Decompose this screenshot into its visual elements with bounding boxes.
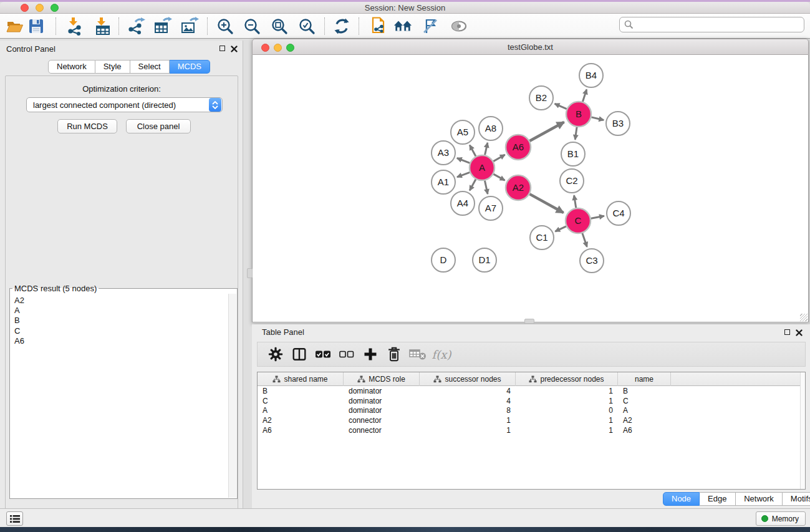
column-header[interactable]: predecessor nodes	[516, 372, 618, 386]
export-table-icon[interactable]	[153, 17, 172, 36]
mcds-result-item[interactable]: B	[14, 316, 227, 326]
tab-motifs[interactable]: Motifs	[783, 492, 810, 506]
home-neighbors-icon[interactable]	[393, 17, 412, 36]
table-row[interactable]: A2connector11A2	[258, 415, 805, 425]
tab-network[interactable]: Network	[48, 60, 95, 74]
search-input[interactable]	[634, 21, 789, 29]
export-network-icon[interactable]	[127, 17, 145, 36]
table-cell[interactable]: 0	[516, 406, 618, 415]
graph-edge-A-A5[interactable]	[470, 145, 476, 157]
search-field[interactable]	[619, 17, 804, 32]
table-scrollbar[interactable]	[800, 372, 805, 489]
graph-edge-A-A6[interactable]	[493, 155, 504, 161]
graph-edge-A-A3[interactable]	[457, 158, 470, 163]
deselect-all-icon[interactable]	[335, 351, 359, 358]
table-cell[interactable]: A	[618, 406, 671, 415]
table-cell[interactable]: 1	[516, 397, 618, 405]
split-columns-icon[interactable]	[287, 346, 311, 362]
graph-node-C[interactable]: C	[566, 208, 591, 233]
network-graph[interactable]: ABCA2A6A1A3A4A5A7A8B1B2B3B4C1C2C3C4DD1	[253, 55, 808, 322]
function-builder-icon[interactable]: f(x)	[430, 348, 453, 361]
float-table-panel-icon[interactable]	[784, 329, 790, 335]
graph-node-A3[interactable]: A3	[432, 141, 455, 165]
table-cell[interactable]: connector	[344, 416, 420, 425]
zoom-fit-icon[interactable]	[270, 17, 289, 36]
vertical-splitter-handle[interactable]	[247, 268, 253, 278]
graph-edge-A-A4[interactable]	[470, 179, 476, 190]
tab-select[interactable]: Select	[130, 60, 170, 74]
tab-edge-table[interactable]: Edge Table	[700, 492, 736, 506]
table-cell[interactable]: 4	[420, 387, 516, 395]
column-header[interactable]: name	[618, 372, 671, 386]
tab-network-table[interactable]: Network Table	[736, 492, 783, 506]
mcds-result-item[interactable]: A2	[14, 296, 227, 306]
tab-style[interactable]: Style	[95, 60, 130, 74]
graph-node-A7[interactable]: A7	[479, 196, 503, 220]
table-cell[interactable]: 8	[420, 406, 516, 415]
graph-edge-A-A1[interactable]	[457, 172, 470, 177]
mcds-result-item[interactable]: A6	[14, 336, 227, 346]
graph-edge-C-C2[interactable]	[574, 195, 576, 208]
table-settings-gear-icon[interactable]	[264, 346, 287, 362]
table-cell[interactable]: A6	[618, 426, 671, 435]
table-cell[interactable]: B	[618, 387, 671, 395]
table-cell[interactable]: dominator	[344, 406, 420, 415]
graph-edge-A-A7[interactable]	[485, 181, 488, 194]
graph-node-B[interactable]: B	[566, 102, 591, 127]
mcds-result-list[interactable]: A2ABCA6	[11, 294, 227, 497]
mcds-result-item[interactable]: A	[14, 306, 227, 316]
export-image-icon[interactable]	[180, 17, 199, 36]
clone-network-icon[interactable]	[369, 17, 388, 36]
graph-node-A1[interactable]: A1	[432, 170, 455, 194]
graph-node-A6[interactable]: A6	[506, 135, 531, 160]
graph-edge-A-A8[interactable]	[485, 143, 488, 155]
graph-node-A8[interactable]: A8	[479, 117, 503, 140]
graph-edge-C-C3[interactable]	[582, 233, 587, 247]
add-column-icon[interactable]	[359, 347, 382, 362]
horizontal-splitter-handle[interactable]	[524, 319, 534, 324]
table-cell[interactable]: A6	[258, 426, 344, 435]
graph-edge-B-B2[interactable]	[555, 104, 567, 109]
graph-edge-B-B3[interactable]	[591, 117, 604, 120]
graph-node-A[interactable]: A	[470, 155, 494, 180]
import-network-icon[interactable]	[65, 17, 84, 36]
optimization-criterion-dropdown[interactable]: largest connected component (directed)	[26, 97, 223, 112]
graph-node-B2[interactable]: B2	[529, 86, 553, 110]
graph-edge-B-B1[interactable]	[575, 127, 577, 140]
table-cell[interactable]: B	[258, 387, 344, 395]
table-row[interactable]: Cdominator41C	[258, 396, 805, 406]
close-table-panel-icon[interactable]	[796, 329, 803, 336]
table-cell[interactable]: dominator	[344, 397, 420, 405]
window-resize-grip[interactable]	[800, 314, 808, 321]
mcds-result-item[interactable]: C	[14, 326, 227, 336]
table-cell[interactable]: 1	[516, 416, 618, 425]
zoom-selected-icon[interactable]	[297, 17, 316, 36]
graph-node-A2[interactable]: A2	[506, 175, 531, 200]
column-header[interactable]: MCDS role	[344, 372, 420, 386]
graph-edge-A-A2[interactable]	[493, 174, 504, 180]
run-mcds-button[interactable]: Run MCDS	[57, 119, 117, 133]
table-cell[interactable]: connector	[344, 426, 420, 435]
delete-column-trash-icon[interactable]	[382, 346, 406, 362]
graph-edge-A2-C[interactable]	[529, 194, 563, 213]
tab-node-table[interactable]: Node Table	[663, 492, 700, 506]
graph-node-C2[interactable]: C2	[560, 169, 584, 193]
graph-node-C3[interactable]: C3	[580, 249, 604, 273]
task-history-button[interactable]	[6, 511, 23, 526]
graph-node-C4[interactable]: C4	[607, 201, 630, 225]
open-session-icon[interactable]	[5, 17, 24, 36]
table-cell[interactable]: 4	[420, 397, 516, 405]
table-cell[interactable]: 1	[516, 387, 618, 395]
graph-node-B3[interactable]: B3	[606, 112, 630, 135]
table-row[interactable]: A6connector11A6	[258, 425, 805, 435]
table-cell[interactable]: C	[618, 397, 671, 405]
delete-table-icon[interactable]	[406, 348, 430, 360]
graph-node-C1[interactable]: C1	[530, 226, 554, 249]
result-scrollbar[interactable]	[228, 294, 236, 498]
apply-layout-icon[interactable]	[332, 17, 351, 36]
column-header[interactable]: successor nodes	[420, 372, 516, 386]
table-cell[interactable]: 1	[420, 416, 516, 425]
table-cell[interactable]: C	[258, 397, 344, 405]
float-panel-icon[interactable]	[219, 46, 225, 51]
close-panel-icon[interactable]	[231, 46, 238, 52]
